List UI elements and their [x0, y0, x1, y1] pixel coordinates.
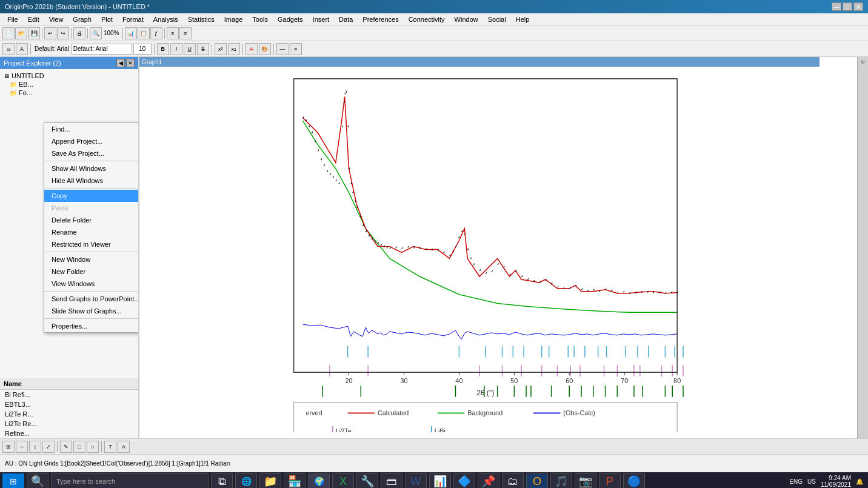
menu-file[interactable]: File — [2, 15, 23, 24]
taskbar-item6[interactable]: 🗂 — [502, 473, 524, 488]
fmt-btn2[interactable]: A — [16, 43, 28, 55]
taskbar-chrome[interactable]: 🌍 — [308, 473, 330, 488]
undo-btn[interactable]: ↩ — [44, 27, 56, 39]
menu-graph[interactable]: Graph — [68, 15, 96, 24]
menu-edit[interactable]: Edit — [23, 15, 44, 24]
taskbar-search[interactable]: Type here to search — [51, 473, 209, 488]
taskbar-item9[interactable]: 🔵 — [623, 473, 645, 488]
taskbar-item3[interactable]: 📊 — [429, 473, 451, 488]
ctx-find[interactable]: Find... F3 — [44, 123, 139, 135]
tree-fo[interactable]: 📁 Fo... — [1, 89, 137, 97]
window-controls[interactable]: — □ ✕ — [832, 2, 863, 11]
bt-btn6[interactable]: □ — [73, 441, 85, 453]
menu-gadgets[interactable]: Gadgets — [273, 15, 308, 24]
tree-untitled[interactable]: 🖥 UNTITLED — [1, 72, 137, 80]
menu-social[interactable]: Social — [483, 15, 511, 24]
ctx-append[interactable]: Append Project... — [44, 135, 139, 147]
start-button[interactable]: ⊞ — [2, 473, 24, 488]
taskbar-item1[interactable]: 🔧 — [356, 473, 378, 488]
fmt-btn1[interactable]: ⎄ — [2, 43, 15, 55]
pe-close-btn[interactable]: ✕ — [126, 59, 135, 67]
name-item-0[interactable]: Bi Refi... — [0, 390, 138, 399]
bt-btn3[interactable]: ↕ — [29, 441, 41, 453]
taskbar-ppt[interactable]: P — [599, 473, 621, 488]
ctx-new-folder[interactable]: New Folder — [44, 266, 139, 278]
ctx-restricted[interactable]: Restricted in Viewer — [44, 238, 139, 250]
menu-analysis[interactable]: Analysis — [149, 15, 183, 24]
ctx-properties[interactable]: Properties... Alt+Enter — [44, 320, 139, 332]
menu-tools[interactable]: Tools — [247, 15, 273, 24]
name-item-4[interactable]: Refine... — [0, 429, 138, 438]
bold-btn[interactable]: B — [157, 43, 169, 55]
menu-window[interactable]: Window — [450, 15, 483, 24]
ctx-new-window[interactable]: New Window ▶ — [44, 253, 139, 266]
taskbar-explorer[interactable]: 📁 — [259, 473, 281, 488]
bt-btn5[interactable]: ✎ — [60, 441, 72, 453]
ctx-copy[interactable]: Copy Ctrl+C — [44, 190, 139, 202]
superscript-btn[interactable]: x² — [215, 43, 227, 55]
line-style-btn[interactable]: — — [276, 43, 289, 55]
taskbar-search-icon[interactable]: 🔍 — [27, 473, 48, 488]
ctx-delete-folder[interactable]: Delete Folder Delete — [44, 214, 139, 226]
menu-plot[interactable]: Plot — [96, 15, 118, 24]
menu-preferences[interactable]: Preferences — [358, 15, 403, 24]
tree-eb[interactable]: 📁 EB... — [1, 80, 137, 89]
pe-dock-btn[interactable]: ◀ — [116, 59, 125, 67]
font-name-input[interactable] — [72, 44, 132, 55]
menu-help[interactable]: Help — [511, 15, 535, 24]
ctx-view-windows[interactable]: View Windows ▶ — [44, 278, 139, 290]
italic-btn[interactable]: I — [170, 43, 182, 55]
name-item-2[interactable]: Li2Te R... — [0, 409, 138, 419]
redo-btn[interactable]: ↪ — [57, 27, 69, 39]
taskbar-word[interactable]: W — [405, 473, 427, 488]
font-size-input[interactable] — [133, 44, 152, 55]
taskbar-item7[interactable]: 🎵 — [550, 473, 572, 488]
open-btn[interactable]: 📂 — [15, 27, 27, 39]
taskbar-item8[interactable]: 📷 — [575, 473, 596, 488]
name-item-3[interactable]: Li2Te Re... — [0, 419, 138, 429]
bt-btn4[interactable]: ⤢ — [42, 441, 55, 453]
taskbar-store[interactable]: 🏪 — [284, 473, 305, 488]
taskbar-item2[interactable]: 🗃 — [381, 473, 402, 488]
menu-connectivity[interactable]: Connectivity — [404, 15, 450, 24]
bt-btn8[interactable]: T — [104, 441, 116, 453]
bgcolor-btn[interactable]: 🎨 — [259, 43, 271, 55]
ctx-paste[interactable]: Paste Ctrl+V — [44, 202, 139, 214]
bt-btn9[interactable]: A — [118, 441, 130, 453]
table-btn[interactable]: 📋 — [138, 27, 150, 39]
menu-insert[interactable]: Insert — [308, 15, 335, 24]
underline-btn[interactable]: U — [184, 43, 196, 55]
menu-image[interactable]: Image — [219, 15, 248, 24]
taskbar-origin[interactable]: O — [526, 473, 548, 488]
col-btn[interactable]: ≡ — [167, 27, 179, 39]
taskbar-item5[interactable]: 📌 — [478, 473, 499, 488]
ctx-slideshow[interactable]: Slide Show of Graphs... — [44, 305, 139, 317]
taskbar-edge[interactable]: 🌐 — [235, 473, 257, 488]
save-btn[interactable]: 💾 — [28, 27, 40, 39]
close-btn[interactable]: ✕ — [853, 2, 863, 11]
maximize-btn[interactable]: □ — [843, 2, 852, 11]
ctx-hideall[interactable]: Hide All Windows — [44, 175, 139, 187]
subscript-btn[interactable]: x₂ — [228, 43, 240, 55]
bt-btn1[interactable]: ⊞ — [2, 441, 15, 453]
strikethrough-btn[interactable]: S̶ — [197, 43, 209, 55]
zoom-btn[interactable]: 🔍 — [90, 27, 102, 39]
menu-data[interactable]: Data — [334, 15, 358, 24]
minimize-btn[interactable]: — — [832, 2, 841, 11]
name-item-1[interactable]: EBTL3... — [0, 399, 138, 409]
menu-statistics[interactable]: Statistics — [183, 15, 219, 24]
taskbar-notifications[interactable]: 🔔 — [856, 478, 863, 485]
bt-btn2[interactable]: ↔ — [16, 441, 28, 453]
ctx-send-ppt[interactable]: Send Graphs to PowerPoint... — [44, 293, 139, 305]
new-btn[interactable]: 📄 — [2, 27, 15, 39]
taskbar-taskview[interactable]: ⧉ — [211, 473, 233, 488]
taskbar-excel[interactable]: X — [332, 473, 354, 488]
func-btn[interactable]: ƒ — [150, 27, 162, 39]
line-width-btn[interactable]: ≡ — [290, 43, 302, 55]
ctx-showall[interactable]: Show All Windows — [44, 162, 139, 175]
ctx-rename[interactable]: Rename F2 — [44, 226, 139, 238]
bt-btn7[interactable]: ○ — [87, 441, 99, 453]
row-btn[interactable]: ≡ — [179, 27, 192, 39]
menu-view[interactable]: View — [44, 15, 68, 24]
print-btn[interactable]: 🖨 — [73, 27, 85, 39]
